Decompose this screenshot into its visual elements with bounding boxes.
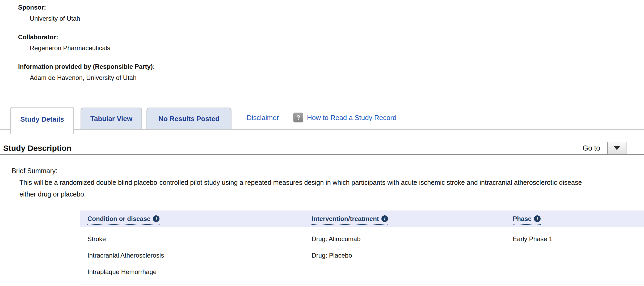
collaborator-label: Collaborator: (18, 33, 58, 41)
phase-cell: Early Phase 1 (505, 227, 644, 284)
how-to-read-study-record-link[interactable]: How to Read a Study Record (307, 114, 397, 122)
condition-item: Intraplaque Hemorrhage (87, 268, 298, 276)
phase-header-label: Phase (513, 215, 532, 223)
responsible-party-label: Information provided by (Responsible Par… (18, 63, 155, 70)
header-cell-intervention: Intervention/treatment i (304, 211, 505, 227)
info-icon[interactable]: i (153, 215, 159, 222)
info-icon[interactable]: i (381, 215, 388, 222)
condition-intervention-phase-table: Condition or disease i Intervention/trea… (80, 211, 644, 284)
study-record-page: Sponsor: University of Utah Collaborator… (0, 0, 644, 286)
intervention-header-link[interactable]: Intervention/treatment i (312, 215, 388, 225)
tab-bar-divider (0, 129, 644, 130)
goto-dropdown-button[interactable] (607, 142, 626, 154)
condition-cell: Stroke Intracranial Atherosclerosis Intr… (80, 227, 304, 284)
tab-study-details[interactable]: Study Details (10, 107, 74, 134)
tab-tabular-view[interactable]: Tabular View (81, 108, 142, 129)
tab-no-results-posted-label: No Results Posted (158, 115, 220, 123)
phase-header-link[interactable]: Phase i (513, 215, 541, 225)
intervention-item: Drug: Alirocumab (312, 235, 500, 243)
condition-item: Intracranial Atherosclerosis (87, 251, 298, 260)
caret-down-icon (614, 146, 620, 150)
brief-summary-line1: This will be a randomized double blind p… (19, 179, 582, 186)
condition-item: Stroke (87, 235, 298, 243)
collaborator-value: Regeneron Pharmaceuticals (30, 44, 110, 52)
intervention-header-label: Intervention/treatment (312, 215, 379, 223)
brief-summary-line2: either drug or placebo. (19, 190, 86, 198)
question-mark-glyph: ? (296, 114, 300, 121)
tab-no-results-posted[interactable]: No Results Posted (146, 108, 231, 129)
tab-study-details-label: Study Details (20, 115, 64, 123)
info-icon[interactable]: i (534, 215, 541, 222)
header-cell-phase: Phase i (505, 211, 644, 227)
section-divider (0, 154, 644, 155)
intervention-cell: Drug: Alirocumab Drug: Placebo (304, 227, 505, 284)
study-description-title: Study Description (3, 144, 71, 153)
condition-header-label: Condition or disease (87, 215, 150, 223)
sponsor-value: University of Utah (30, 15, 80, 22)
disclaimer-link[interactable]: Disclaimer (247, 114, 279, 122)
table-row: Stroke Intracranial Atherosclerosis Intr… (80, 227, 644, 284)
condition-header-link[interactable]: Condition or disease i (87, 215, 159, 225)
brief-summary-label: Brief Summary: (12, 167, 57, 175)
table-header-row: Condition or disease i Intervention/trea… (80, 211, 644, 227)
tab-tabular-view-label: Tabular View (90, 115, 132, 123)
sponsor-label: Sponsor: (18, 4, 46, 11)
intervention-item: Drug: Placebo (312, 251, 500, 260)
goto-label: Go to (583, 144, 600, 152)
help-question-icon[interactable]: ? (293, 113, 303, 122)
header-cell-condition: Condition or disease i (80, 211, 304, 227)
phase-item: Early Phase 1 (513, 235, 638, 243)
responsible-party-value: Adam de Havenon, University of Utah (30, 74, 137, 82)
